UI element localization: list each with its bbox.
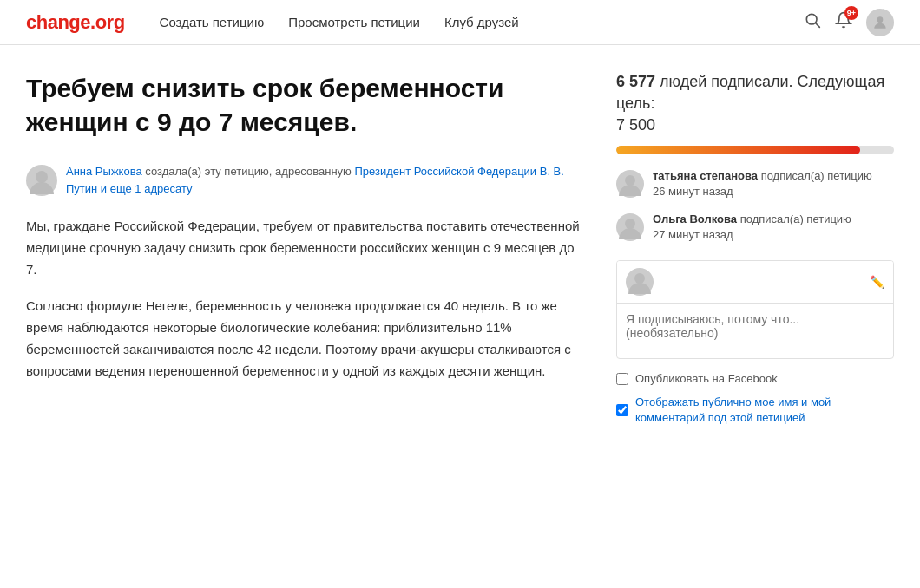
progress-bar-container (616, 146, 894, 154)
signer-info-2: Ольга Волкова подписал(а) петицию 27 мин… (653, 212, 851, 243)
main-nav: Создать петицию Просмотреть петиции Клуб… (160, 15, 804, 29)
recent-signers-list: татьяна степанова подписал(а) петицию 26… (616, 168, 894, 244)
main-container: Требуем снизить срок беременности женщин… (0, 45, 920, 450)
facebook-checkbox[interactable] (616, 373, 628, 385)
signer-time-1: 26 минут назад (653, 185, 733, 198)
svg-point-5 (625, 219, 635, 229)
petition-title: Требуем снизить срок беременности женщин… (26, 71, 582, 139)
author-avatar-img (26, 165, 57, 196)
signer-avatar-2 (616, 213, 644, 241)
facebook-checkbox-label[interactable]: Опубликовать на Facebook (635, 371, 778, 387)
signers-number: 6 577 (616, 73, 655, 90)
signer-time-2: 27 минут назад (653, 228, 733, 241)
progress-bar-fill (616, 146, 860, 154)
svg-point-2 (877, 16, 884, 23)
signer-action-label-1: подписал(а) петицию (761, 169, 872, 182)
notification-badge: 9+ (844, 6, 858, 20)
comment-user-avatar (626, 268, 654, 296)
svg-point-6 (634, 273, 645, 284)
left-column: Требуем снизить срок беременности женщин… (26, 71, 582, 433)
right-column: 6 577 людей подписали. Следующая цель: 7… (616, 71, 894, 433)
public-checkbox-row: Отображать публично мое имя и мой коммен… (616, 395, 894, 426)
signer-avatar-1 (616, 170, 644, 198)
petition-body: Мы, граждане Российской Федерации, требу… (26, 216, 582, 382)
signers-label: людей подписали. (660, 73, 792, 90)
body-paragraph-2: Согласно формуле Негеле, беременность у … (26, 296, 582, 382)
facebook-checkbox-row: Опубликовать на Facebook (616, 371, 894, 387)
body-paragraph-1: Мы, граждане Российской Федерации, требу… (26, 216, 582, 280)
author-name-link[interactable]: Анна Рыжкова (66, 165, 142, 178)
header: change.org Создать петицию Просмотреть п… (0, 0, 920, 45)
signers-count-block: 6 577 людей подписали. Следующая цель: 7… (616, 71, 894, 137)
notification-icon[interactable]: 9+ (835, 11, 852, 33)
search-icon[interactable] (804, 11, 821, 33)
signer-row: Ольга Волкова подписал(а) петицию 27 мин… (616, 212, 894, 243)
public-checkbox-label[interactable]: Отображать публично мое имя и мой коммен… (635, 395, 894, 426)
header-icons: 9+ (804, 9, 894, 36)
svg-line-1 (816, 23, 820, 28)
signer-action-label-2: подписал(а) петицию (740, 212, 851, 225)
comment-form-header: ✏️ (617, 261, 893, 304)
edit-icon[interactable]: ✏️ (870, 275, 884, 289)
nav-create[interactable]: Создать петицию (160, 15, 265, 29)
extra-recipient-link[interactable]: и еще 1 адресату (97, 182, 192, 195)
comment-form: ✏️ (616, 260, 894, 359)
signer-info-1: татьяна степанова подписал(а) петицию 26… (653, 168, 872, 199)
comment-textarea[interactable] (617, 304, 893, 356)
author-row: Анна Рыжкова создала(а) эту петицию, адр… (26, 163, 582, 197)
nav-club[interactable]: Клуб друзей (444, 15, 519, 29)
signer-name-2: Ольга Волкова (653, 212, 737, 225)
next-goal-value: 7 500 (616, 116, 655, 134)
svg-point-3 (36, 171, 48, 183)
svg-point-4 (625, 175, 635, 186)
logo[interactable]: change.org (26, 11, 125, 34)
nav-browse[interactable]: Просмотреть петиции (288, 15, 420, 29)
signer-name-1: татьяна степанова (653, 169, 758, 182)
signer-row: татьяна степанова подписал(а) петицию 26… (616, 168, 894, 199)
user-avatar[interactable] (866, 9, 894, 36)
author-text-mid: создала(а) эту петицию, адресованную (142, 165, 355, 178)
author-info: Анна Рыжкова создала(а) эту петицию, адр… (66, 163, 582, 197)
public-checkbox[interactable] (616, 404, 628, 416)
